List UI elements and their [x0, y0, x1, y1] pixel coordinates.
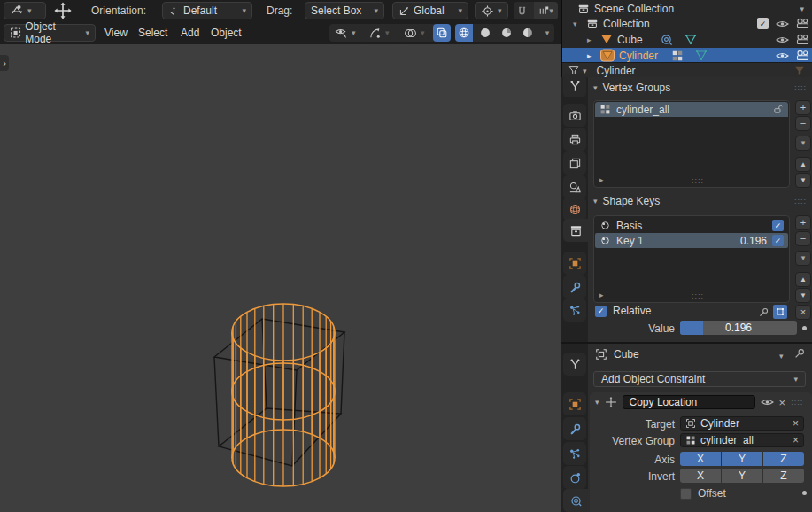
shape-keys-panel-header[interactable]: ▾ Shape Keys [593, 195, 660, 207]
offset-checkbox[interactable] [680, 488, 692, 500]
list-filter-expander[interactable]: ▸ [599, 291, 604, 299]
menu-view[interactable]: View [97, 24, 135, 42]
animate-property-dot[interactable] [802, 326, 807, 330]
shape-key-row-basis[interactable]: Basis ✓ [595, 218, 788, 233]
invert-x-button[interactable]: X [680, 469, 721, 483]
tab-constraints[interactable] [563, 489, 588, 512]
shading-wireframe-button[interactable] [455, 24, 473, 42]
animate-property-dot[interactable] [802, 491, 807, 495]
relative-checkbox[interactable]: ✓ [595, 306, 607, 317]
outliner-row-cylinder[interactable]: ▸ Cylinder [562, 48, 812, 63]
value-slider[interactable]: 0.196 [680, 321, 797, 335]
xray-toggle[interactable] [433, 24, 451, 42]
vertex-group-remove-button[interactable]: − [795, 116, 811, 131]
vertex-groups-list[interactable]: cylinder_all ▸ :::: [593, 100, 790, 188]
shape-key-mute-checkbox[interactable]: ✓ [772, 235, 784, 246]
clear-icon[interactable]: × [793, 435, 799, 446]
invert-y-button[interactable]: Y [722, 469, 762, 483]
menu-add[interactable]: Add [174, 24, 206, 42]
tab-modifiers[interactable] [563, 417, 586, 440]
snap-settings-dropdown[interactable]: ▾ [534, 2, 558, 19]
shading-solid-button[interactable] [476, 24, 494, 42]
shape-key-row-key1[interactable]: Key 1 0.196 ✓ [595, 233, 788, 248]
tab-view-layer[interactable] [563, 151, 586, 175]
eye-icon[interactable] [776, 50, 789, 61]
list-filter-expander[interactable]: ▸ [599, 175, 604, 184]
tab-world[interactable] [563, 198, 586, 221]
vertex-groups-panel-header[interactable]: ▾ Vertex Groups [593, 81, 670, 94]
chevron-down-icon[interactable]: ▾ [779, 352, 784, 361]
outliner-row-cube[interactable]: ▸ Cube [562, 32, 812, 47]
invert-z-button[interactable]: Z [763, 469, 804, 483]
eye-icon[interactable] [761, 397, 774, 407]
lock-open-icon[interactable] [772, 104, 784, 115]
panel-drag-grip[interactable]: :::: [794, 197, 807, 206]
add-object-constraint-dropdown[interactable]: Add Object Constraint ▾ [593, 371, 806, 387]
clear-icon[interactable]: × [793, 418, 799, 429]
expand-arrow-icon[interactable]: ▸ [587, 51, 596, 60]
menu-select[interactable]: Select [131, 24, 174, 42]
shading-dropdown[interactable]: ▾ [540, 24, 554, 42]
panel-drag-grip[interactable]: :::: [791, 398, 803, 407]
shape-key-move-up-button[interactable]: ▲ [795, 272, 811, 287]
vertex-group-row[interactable]: cylinder_all [595, 102, 788, 117]
tab-object[interactable] [563, 392, 586, 415]
vertex-group-field[interactable]: cylinder_all × [680, 433, 804, 447]
shape-key-clear-button[interactable]: × [795, 305, 811, 320]
shading-rendered-button[interactable] [519, 24, 537, 42]
constraint-header[interactable]: ▾ Copy Location × :::: [595, 395, 803, 409]
move-gizmo-button[interactable] [53, 2, 73, 19]
pin-icon[interactable] [793, 347, 806, 360]
axis-x-button[interactable]: X [680, 452, 721, 466]
vertex-group-specials-button[interactable]: ▾ [795, 136, 811, 151]
cylinder-wireframe[interactable] [232, 304, 335, 486]
vertex-group-move-up-button[interactable]: ▲ [795, 157, 811, 172]
shape-key-specials-button[interactable]: ▾ [795, 251, 811, 266]
tab-particles[interactable] [563, 299, 586, 322]
collapse-arrow-icon[interactable]: ▾ [573, 19, 582, 28]
vertex-group-move-down-button[interactable]: ▼ [795, 173, 811, 188]
outliner-row-scene-collection[interactable]: Scene Collection ▾ [562, 1, 812, 16]
snap-toggle[interactable] [514, 2, 530, 19]
shape-key-add-button[interactable]: + [795, 215, 811, 230]
tab-scene[interactable] [563, 175, 586, 198]
3d-viewport[interactable] [0, 44, 561, 512]
expand-arrow-icon[interactable]: ▸ [587, 35, 596, 44]
chevron-down-icon[interactable]: ▾ [800, 4, 804, 13]
target-field[interactable]: Cylinder × [680, 416, 804, 431]
outliner-row-collection[interactable]: ▾ Collection ✓ [562, 16, 812, 31]
tab-tool[interactable] [563, 74, 586, 97]
close-icon[interactable]: × [779, 396, 786, 409]
transform-orientation-dropdown[interactable]: Global ▾ [392, 2, 468, 19]
axis-z-button[interactable]: Z [763, 452, 804, 466]
shape-keys-list[interactable]: Basis ✓ Key 1 0.196 ✓ ▸ :::: [593, 215, 790, 303]
shape-key-remove-button[interactable]: − [795, 231, 811, 246]
tab-render[interactable] [563, 104, 586, 127]
camera-icon[interactable] [796, 18, 809, 29]
shading-material-button[interactable] [498, 24, 515, 42]
pivot-point-dropdown[interactable]: ▾ [475, 2, 508, 19]
list-resize-grip[interactable]: :::: [692, 291, 704, 300]
tab-modifiers[interactable] [563, 275, 586, 299]
shape-key-edit-mode-toggle[interactable] [773, 305, 787, 319]
eye-icon[interactable] [776, 19, 789, 29]
vertex-group-add-button[interactable]: + [795, 100, 811, 115]
shape-key-mute-checkbox[interactable]: ✓ [772, 220, 784, 231]
constraint-name-field[interactable]: Copy Location [623, 395, 755, 409]
tab-output[interactable] [563, 128, 586, 151]
mode-dropdown[interactable]: Object Mode ▾ [4, 24, 96, 42]
active-tool-dropdown[interactable]: ▾ [4, 2, 46, 19]
filter-ghost-icon[interactable] [793, 65, 806, 77]
camera-icon[interactable] [796, 34, 809, 45]
list-resize-grip[interactable]: :::: [692, 176, 704, 185]
menu-object[interactable]: Object [204, 24, 249, 42]
panel-drag-grip[interactable]: :::: [794, 83, 807, 92]
tab-physics[interactable] [563, 466, 586, 489]
tab-object-data[interactable] [563, 219, 588, 242]
toolbar-flyout-arrow[interactable]: › [0, 55, 9, 71]
orientation-dropdown[interactable]: Default ▾ [162, 2, 252, 19]
shape-key-move-down-button[interactable]: ▼ [795, 288, 811, 303]
camera-icon[interactable] [796, 50, 809, 61]
axis-y-button[interactable]: Y [722, 452, 762, 466]
eye-icon[interactable] [776, 35, 789, 45]
